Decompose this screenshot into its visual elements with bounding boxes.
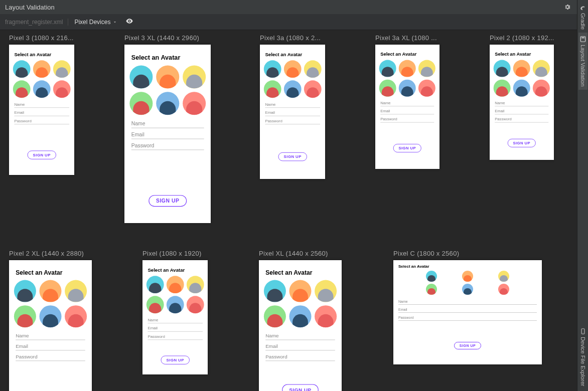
device-pixel3a[interactable]: Pixel 3a (1080 x 2... Select an Avatar N… (260, 34, 333, 179)
avatar-option[interactable] (33, 80, 51, 98)
device-pixel2[interactable]: Pixel 2 (1080 x 192... Select an Avatar … (490, 34, 562, 160)
avatar-option[interactable] (129, 65, 153, 88)
avatar-option[interactable] (167, 296, 184, 313)
avatar-option[interactable] (264, 280, 286, 302)
tool-window-device-file-explorer[interactable]: Device File Explorer (578, 325, 587, 389)
device-pixel[interactable]: Pixel (1080 x 1920) Select an Avatar Nam… (142, 250, 215, 374)
avatar-option[interactable] (53, 60, 71, 78)
avatar-option[interactable] (183, 65, 206, 88)
avatar-option[interactable] (129, 92, 153, 115)
avatar-option[interactable] (315, 305, 337, 327)
avatar-option[interactable] (289, 280, 312, 302)
avatar-option[interactable] (40, 280, 62, 302)
avatar-option[interactable] (379, 60, 396, 77)
avatar-option[interactable] (498, 284, 509, 295)
avatar-option[interactable] (264, 80, 281, 98)
password-field[interactable]: Password (131, 139, 204, 150)
tool-window-layout-validation[interactable]: Layout Validation (578, 33, 587, 90)
avatar-option[interactable] (513, 80, 530, 97)
signup-button[interactable]: SIGN UP (454, 342, 481, 349)
email-field[interactable]: Email (265, 108, 320, 116)
email-field[interactable]: Email (380, 106, 434, 114)
avatar-option[interactable] (418, 80, 435, 97)
device-pixel3axl[interactable]: Pixel 3a XL (1080 ... Select an Avatar N… (375, 34, 448, 169)
avatar-option[interactable] (399, 60, 416, 77)
visibility-toggle[interactable] (125, 17, 133, 27)
preview-canvas[interactable]: Pixel 3 (1080 x 216... Select an Avatar … (0, 30, 577, 391)
name-field[interactable]: Name (265, 100, 320, 108)
avatar-option[interactable] (187, 276, 204, 293)
avatar-option[interactable] (156, 92, 179, 115)
avatar-option[interactable] (53, 80, 71, 98)
avatar-option[interactable] (146, 296, 164, 313)
avatar-option[interactable] (315, 280, 337, 302)
signup-button[interactable]: SIGN UP (27, 150, 56, 159)
signup-button[interactable]: SIGN UP (393, 144, 421, 152)
avatar-option[interactable] (494, 60, 511, 77)
password-field[interactable]: Password (148, 332, 203, 340)
avatar-option[interactable] (14, 305, 36, 327)
avatar-option[interactable] (533, 60, 550, 77)
name-field[interactable]: Name (398, 297, 537, 305)
avatar-option[interactable] (33, 60, 51, 78)
avatar-option[interactable] (40, 305, 62, 327)
password-field[interactable]: Password (16, 350, 85, 361)
email-field[interactable]: Email (265, 340, 335, 351)
avatar-option[interactable] (304, 60, 322, 78)
device-pixelc[interactable]: Pixel C (1800 x 2560) Select an Avatar N… (393, 250, 549, 364)
avatar-option[interactable] (284, 80, 302, 98)
password-field[interactable]: Password (495, 114, 548, 122)
avatar-option[interactable] (14, 280, 36, 302)
password-field[interactable]: Password (265, 116, 320, 125)
avatar-option[interactable] (156, 65, 179, 88)
avatar-option[interactable] (13, 60, 31, 78)
avatar-option[interactable] (418, 60, 435, 77)
avatar-option[interactable] (462, 284, 473, 295)
name-field[interactable]: Name (380, 98, 434, 106)
avatar-option[interactable] (65, 305, 87, 327)
password-field[interactable]: Password (265, 350, 335, 361)
device-pixel2xl[interactable]: Pixel 2 XL (1440 x 2880) Select an Avata… (9, 250, 99, 391)
name-field[interactable]: Name (148, 315, 203, 324)
email-field[interactable]: Email (14, 108, 69, 116)
email-field[interactable]: Email (148, 323, 203, 332)
settings-button[interactable] (564, 4, 571, 11)
avatar-option[interactable] (264, 305, 286, 327)
name-field[interactable]: Name (131, 117, 204, 128)
avatar-option[interactable] (187, 296, 204, 313)
password-field[interactable]: Password (398, 313, 537, 321)
avatar-option[interactable] (304, 80, 322, 98)
avatar-option[interactable] (284, 60, 302, 78)
email-field[interactable]: Email (16, 340, 85, 351)
avatar-option[interactable] (533, 80, 550, 97)
email-field[interactable]: Email (495, 106, 548, 114)
avatar-option[interactable] (379, 80, 396, 97)
signup-button[interactable]: SIGN UP (282, 384, 319, 392)
password-field[interactable]: Password (380, 114, 434, 122)
name-field[interactable]: Name (495, 98, 548, 106)
avatar-option[interactable] (513, 60, 530, 77)
device-set-dropdown[interactable]: Pixel Devices (74, 19, 117, 26)
device-pixelxl[interactable]: Pixel XL (1440 x 2560) Select an Avatar … (259, 250, 349, 391)
avatar-option[interactable] (167, 276, 184, 293)
name-field[interactable]: Name (16, 330, 85, 340)
signup-button[interactable]: SIGN UP (507, 139, 536, 147)
device-pixel3[interactable]: Pixel 3 (1080 x 216... Select an Avatar … (9, 34, 82, 175)
avatar-option[interactable] (498, 271, 509, 282)
avatar-option[interactable] (426, 271, 437, 282)
email-field[interactable]: Email (131, 128, 204, 139)
avatar-option[interactable] (494, 80, 511, 97)
tool-window-gradle[interactable]: Gradle (578, 1, 587, 33)
device-pixel3xl[interactable]: Pixel 3 XL (1440 x 2960) Select an Avata… (124, 34, 219, 223)
email-field[interactable]: Email (398, 305, 537, 313)
name-field[interactable]: Name (265, 330, 335, 340)
avatar-option[interactable] (289, 305, 312, 327)
signup-button[interactable]: SIGN UP (149, 195, 187, 207)
avatar-option[interactable] (65, 280, 87, 302)
avatar-option[interactable] (13, 80, 31, 98)
avatar-option[interactable] (426, 284, 437, 295)
signup-button[interactable]: SIGN UP (278, 152, 307, 161)
avatar-option[interactable] (146, 276, 164, 293)
signup-button[interactable]: SIGN UP (161, 356, 190, 364)
avatar-option[interactable] (462, 271, 473, 282)
